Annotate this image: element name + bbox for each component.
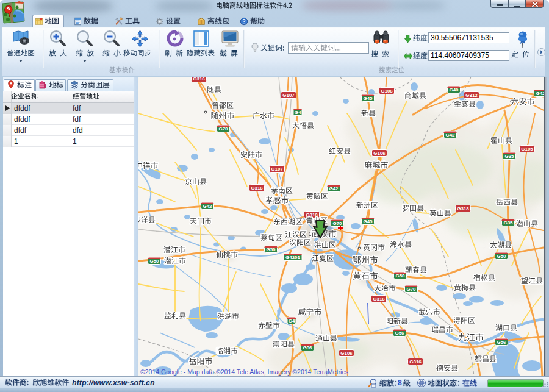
svg-text:G35: G35 (504, 154, 514, 159)
svg-text:G4201: G4201 (285, 255, 301, 260)
svg-text:G56: G56 (395, 330, 404, 336)
svg-text:G106: G106 (381, 88, 393, 94)
svg-text:G318: G318 (457, 206, 469, 212)
svg-text:G42: G42 (445, 132, 455, 138)
svg-text:G107: G107 (271, 166, 283, 172)
svg-text:G105: G105 (521, 146, 533, 152)
svg-text:G70: G70 (332, 221, 342, 226)
svg-text:G56: G56 (303, 345, 312, 351)
svg-text:G4: G4 (295, 110, 301, 115)
svg-text:G50: G50 (395, 273, 405, 279)
svg-text:G50: G50 (266, 247, 276, 252)
svg-text:G45: G45 (363, 219, 373, 224)
svg-text:G106: G106 (340, 351, 353, 356)
svg-text:G42: G42 (329, 186, 339, 191)
svg-text:G40: G40 (449, 87, 459, 93)
svg-text:G50: G50 (497, 254, 506, 259)
svg-text:G316: G316 (373, 296, 385, 302)
svg-text:G56: G56 (497, 340, 506, 345)
svg-text:G312: G312 (465, 93, 478, 98)
svg-text:G4: G4 (289, 318, 295, 324)
svg-text:G70: G70 (406, 287, 416, 292)
svg-text:G50: G50 (149, 258, 159, 264)
svg-text:G316: G316 (409, 359, 422, 365)
svg-text:G316: G316 (193, 77, 205, 82)
svg-text:G107: G107 (282, 93, 295, 98)
svg-text:G35: G35 (503, 220, 513, 226)
svg-text:G42: G42 (203, 204, 212, 209)
svg-text:G70: G70 (218, 126, 228, 132)
svg-text:G42: G42 (536, 91, 544, 96)
svg-text:G106: G106 (373, 151, 386, 156)
svg-text:G45: G45 (363, 96, 373, 101)
svg-text:G316: G316 (251, 185, 263, 191)
